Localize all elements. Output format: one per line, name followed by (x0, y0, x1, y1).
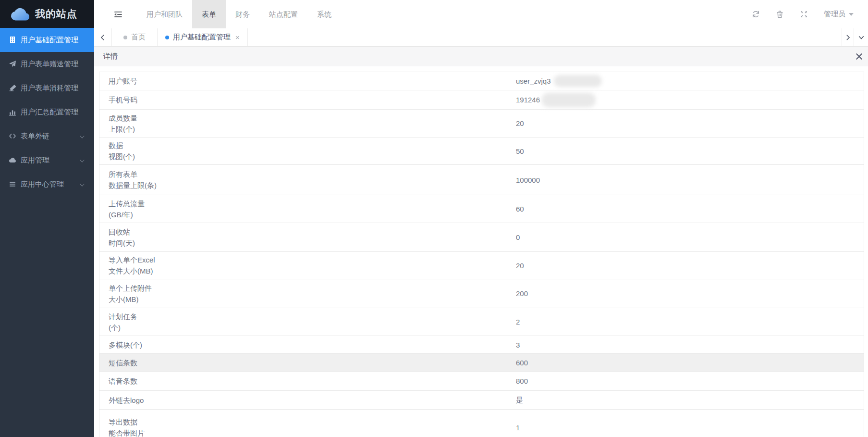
row-value: 1 (508, 410, 864, 437)
sidebar-item-2[interactable]: 用户表单消耗管理 (0, 76, 94, 100)
table-row: 所有表单数据量上限(条)100000 (99, 165, 864, 195)
row-label: 短信条数 (99, 354, 508, 371)
row-label-line: 大小(MB) (109, 294, 508, 305)
row-label-line: 所有表单 (109, 169, 508, 180)
row-label-line: (GB/年) (109, 209, 508, 220)
row-label-line: 上限(个) (109, 124, 508, 135)
row-label-line: 导出数据 (109, 416, 508, 427)
send-icon (9, 60, 16, 68)
tabs-list-dropdown-button[interactable] (854, 28, 868, 46)
collapse-menu-icon[interactable] (114, 10, 122, 19)
topnav-tab-4[interactable]: 系统 (307, 0, 341, 28)
row-label: 手机号码 (99, 90, 508, 109)
row-value: 600 (508, 354, 864, 371)
table-row: 用户账号user_zvjq3 (99, 72, 864, 90)
detail-panel-header: 详情 (94, 47, 868, 66)
table-row: 外链去logo是 (99, 391, 864, 410)
row-value: 是 (508, 391, 864, 409)
row-value: user_zvjq3 (508, 72, 864, 90)
site-logo[interactable]: 我的站点 (0, 0, 94, 28)
topnav-tabs: 用户和团队表单财务站点配置系统 (137, 0, 341, 28)
row-label-line: 短信条数 (109, 357, 508, 368)
detail-panel-body: 用户账号user_zvjq3手机号码191246成员数量上限(个)20数据视图(… (94, 66, 868, 437)
row-label-line: 数据 (109, 140, 508, 151)
user-menu[interactable]: 管理员 (824, 10, 854, 19)
sidebar-item-4[interactable]: 表单外链 (0, 124, 94, 148)
row-label: 多模块(个) (99, 336, 508, 353)
trash-icon[interactable] (776, 10, 784, 18)
row-value-text: 20 (516, 119, 524, 127)
chevron-down-icon (80, 134, 85, 138)
table-row: 单个上传附件大小(MB)200 (99, 279, 864, 308)
chevron-down-icon (80, 158, 85, 162)
topbar-actions: 管理员 (752, 0, 868, 28)
open-page-tabs: 首页用户基础配置管理× (112, 28, 248, 46)
sidebar-item-3[interactable]: 用户汇总配置管理 (0, 100, 94, 124)
row-label: 所有表单数据量上限(条) (99, 165, 508, 195)
topnav-tab-1[interactable]: 表单 (192, 0, 226, 28)
row-value-text: 3 (516, 341, 520, 349)
row-value-text: 200 (516, 289, 528, 298)
table-row: 上传总流量(GB/年)60 (99, 195, 864, 223)
tabs-scroll-left-button[interactable] (94, 28, 112, 46)
bar-chart-icon (9, 108, 16, 116)
row-value-text: 50 (516, 147, 524, 155)
table-row: 导出数据能否带图片1 (99, 410, 864, 437)
list-icon (9, 180, 16, 188)
redacted-blur (554, 75, 602, 87)
sidebar-item-label: 应用中心管理 (21, 180, 64, 189)
sidebar-item-5[interactable]: 应用管理 (0, 148, 94, 172)
row-value-text: 800 (516, 377, 528, 385)
expand-icon[interactable] (800, 10, 808, 18)
table-row: 短信条数600 (99, 354, 864, 372)
sidebar-item-label: 用户表单赠送管理 (21, 60, 78, 69)
tabs-scroll-right-button[interactable] (842, 28, 854, 46)
tab-status-dot (165, 36, 169, 39)
row-label-line: 语音条数 (109, 375, 508, 387)
sidebar-item-6[interactable]: 应用中心管理 (0, 172, 94, 196)
row-label-line: 用户账号 (109, 75, 508, 87)
row-value-text: 1 (516, 424, 520, 432)
sidebar-item-1[interactable]: 用户表单赠送管理 (0, 52, 94, 76)
topnav-tab-3[interactable]: 站点配置 (259, 0, 307, 28)
building-icon (9, 36, 16, 44)
detail-panel-title: 详情 (103, 52, 118, 61)
refresh-icon[interactable] (752, 10, 760, 18)
row-label-line: 时间(天) (109, 237, 508, 249)
row-label-line: 上传总流量 (109, 198, 508, 209)
sidebar-item-0[interactable]: 用户基础配置管理 (0, 28, 94, 52)
row-label-line: 能否带图片 (109, 427, 508, 437)
sidebar: 我的站点 用户基础配置管理用户表单赠送管理用户表单消耗管理用户汇总配置管理表单外… (0, 0, 94, 437)
redacted-blur (542, 93, 596, 107)
row-label: 成员数量上限(个) (99, 110, 508, 137)
topnav-tab-2[interactable]: 财务 (226, 0, 259, 28)
chevron-down-icon (80, 182, 85, 187)
sidebar-item-label: 用户表单消耗管理 (21, 84, 78, 93)
row-value: 20 (508, 110, 864, 137)
page-tab-label: 首页 (131, 33, 146, 42)
row-value-text: 60 (516, 205, 524, 213)
detail-table: 用户账号user_zvjq3手机号码191246成员数量上限(个)20数据视图(… (99, 72, 864, 437)
table-row: 手机号码191246 (99, 90, 864, 110)
row-label-line: 外链去logo (109, 395, 508, 406)
tab-close-icon[interactable]: × (235, 34, 240, 41)
close-icon[interactable] (855, 52, 863, 61)
page-tab-1[interactable]: 用户基础配置管理× (158, 28, 248, 46)
table-row: 回收站时间(天)0 (99, 223, 864, 252)
row-label: 外链去logo (99, 391, 508, 409)
page-tab-label: 用户基础配置管理 (173, 33, 231, 42)
row-label-line: 导入单个Excel (109, 254, 508, 265)
cloud-icon (9, 156, 16, 164)
row-label: 导入单个Excel文件大小(MB) (99, 252, 508, 279)
topbar: 用户和团队表单财务站点配置系统 (94, 0, 868, 28)
topnav-tab-0[interactable]: 用户和团队 (137, 0, 192, 28)
row-label: 用户账号 (99, 72, 508, 90)
table-row: 导入单个Excel文件大小(MB)20 (99, 252, 864, 279)
page-tab-0[interactable]: 首页 (112, 28, 158, 46)
row-value: 60 (508, 195, 864, 223)
row-value-text: 0 (516, 233, 520, 241)
row-label: 导出数据能否带图片 (99, 410, 508, 437)
sidebar-item-label: 用户汇总配置管理 (21, 108, 78, 117)
sidebar-menu: 用户基础配置管理用户表单赠送管理用户表单消耗管理用户汇总配置管理表单外链应用管理… (0, 28, 94, 196)
row-value: 0 (508, 223, 864, 251)
